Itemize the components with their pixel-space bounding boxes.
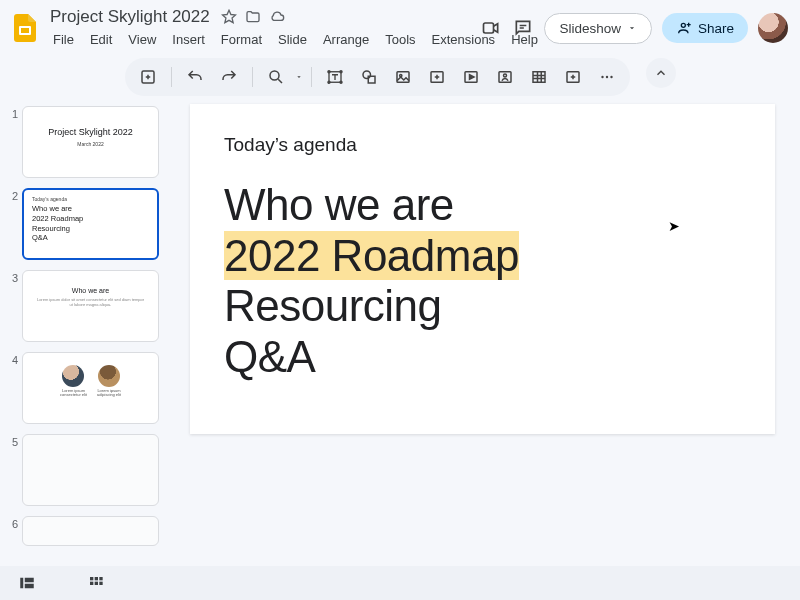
thumb-num: 4: [0, 352, 18, 366]
share-label: Share: [698, 21, 734, 36]
thumb-row: 3 Who we are Lorem ipsum dolor sit amet …: [0, 270, 159, 342]
title-area: Project Skylight 2022 File Edit View Ins…: [46, 6, 472, 50]
image-icon[interactable]: [388, 62, 418, 92]
menu-arrange[interactable]: Arrange: [316, 29, 376, 50]
svg-point-23: [610, 76, 612, 78]
svg-point-21: [601, 76, 603, 78]
highlighted-line: 2022 Roadmap: [224, 231, 519, 280]
textbox-icon[interactable]: [320, 62, 350, 92]
svg-rect-1: [21, 28, 29, 33]
svg-rect-28: [95, 577, 98, 580]
toolbar: [125, 58, 630, 96]
folder-move-icon[interactable]: [244, 8, 262, 26]
thumb-num: 1: [0, 106, 18, 120]
slideshow-button[interactable]: Slideshow: [544, 13, 652, 44]
collapse-toolbar-icon[interactable]: [646, 58, 676, 88]
svg-point-8: [339, 71, 341, 73]
thumb-row: 4 Lorem ipsumconsectetur elit Lorem ipsu…: [0, 352, 159, 424]
slideshow-label: Slideshow: [559, 21, 621, 36]
slide-thumb-5[interactable]: [22, 434, 159, 506]
menu-view[interactable]: View: [121, 29, 163, 50]
slide-suptitle[interactable]: Today’s agenda: [224, 134, 741, 156]
slides-logo-icon[interactable]: [12, 11, 38, 45]
redo-icon[interactable]: [214, 62, 244, 92]
header-right: Slideshow Share: [480, 13, 788, 44]
star-icon[interactable]: [220, 8, 238, 26]
header: Project Skylight 2022 File Edit View Ins…: [0, 0, 800, 50]
more-icon[interactable]: [592, 62, 622, 92]
chevron-down-icon[interactable]: [295, 73, 303, 81]
menu-tools[interactable]: Tools: [378, 29, 422, 50]
shape-icon[interactable]: [354, 62, 384, 92]
grid-view-icon[interactable]: [88, 575, 104, 591]
thumb-num: 2: [0, 188, 18, 202]
slide-thumb-2[interactable]: Today’s agenda Who we are 2022 Roadmap R…: [22, 188, 159, 260]
thumb-num: 6: [0, 516, 18, 530]
svg-point-7: [327, 71, 329, 73]
new-slide-icon[interactable]: [133, 62, 163, 92]
account-avatar[interactable]: [758, 13, 788, 43]
slide-thumb-6[interactable]: [22, 516, 159, 546]
menu-insert[interactable]: Insert: [165, 29, 212, 50]
svg-rect-30: [90, 582, 93, 585]
workspace: 1 Project Skylight 2022 March 2022 2 Tod…: [0, 102, 800, 600]
menu-file[interactable]: File: [46, 29, 81, 50]
svg-point-10: [339, 81, 341, 83]
zoom-icon[interactable]: [261, 62, 291, 92]
thumb-row: 1 Project Skylight 2022 March 2022: [0, 106, 159, 178]
slide-body[interactable]: Who we are 2022 Roadmap Resourcing Q&A: [224, 180, 741, 382]
table-icon[interactable]: [524, 62, 554, 92]
undo-icon[interactable]: [180, 62, 210, 92]
menu-edit[interactable]: Edit: [83, 29, 119, 50]
slide-thumb-1[interactable]: Project Skylight 2022 March 2022: [22, 106, 159, 178]
person-add-icon: [676, 20, 692, 36]
meet-icon[interactable]: [480, 17, 502, 39]
slide-thumb-4[interactable]: Lorem ipsumconsectetur elit Lorem ipsuma…: [22, 352, 159, 424]
svg-rect-25: [25, 578, 34, 583]
thumb-num: 5: [0, 434, 18, 448]
comment-icon[interactable]: [422, 62, 452, 92]
svg-point-22: [605, 76, 607, 78]
filmstrip-view-icon[interactable]: [18, 574, 36, 592]
avatar: [98, 365, 120, 387]
cloud-status-icon[interactable]: [268, 8, 286, 26]
video-icon[interactable]: [456, 62, 486, 92]
svg-rect-31: [95, 582, 98, 585]
menu-format[interactable]: Format: [214, 29, 269, 50]
svg-rect-29: [99, 577, 102, 580]
thumb-num: 3: [0, 270, 18, 284]
svg-point-3: [681, 23, 685, 27]
filmstrip[interactable]: 1 Project Skylight 2022 March 2022 2 Tod…: [0, 102, 165, 600]
avatar: [62, 365, 84, 387]
svg-rect-19: [533, 72, 545, 83]
svg-rect-27: [90, 577, 93, 580]
slide-thumb-3[interactable]: Who we are Lorem ipsum dolor sit amet co…: [22, 270, 159, 342]
thumb-row: 6: [0, 516, 159, 546]
slide-canvas[interactable]: Today’s agenda Who we are 2022 Roadmap R…: [190, 104, 775, 434]
svg-rect-13: [397, 72, 409, 83]
svg-point-9: [327, 81, 329, 83]
canvas-area[interactable]: Today’s agenda Who we are 2022 Roadmap R…: [165, 102, 800, 600]
menu-bar: File Edit View Insert Format Slide Arran…: [46, 29, 472, 50]
share-button[interactable]: Share: [662, 13, 748, 43]
svg-rect-2: [484, 23, 494, 33]
doc-title[interactable]: Project Skylight 2022: [46, 6, 214, 28]
svg-point-5: [270, 71, 279, 80]
thumb-row: 2 Today’s agenda Who we are 2022 Roadmap…: [0, 188, 159, 260]
bottom-bar: [0, 566, 800, 600]
toolbar-wrap: [0, 50, 800, 102]
menu-slide[interactable]: Slide: [271, 29, 314, 50]
comments-icon[interactable]: [512, 17, 534, 39]
svg-point-11: [363, 71, 371, 79]
speaker-notes-icon[interactable]: [490, 62, 520, 92]
svg-point-18: [503, 74, 506, 77]
svg-rect-26: [25, 584, 34, 589]
chevron-down-icon: [627, 23, 637, 33]
svg-rect-24: [20, 578, 23, 589]
thumb-row: 5: [0, 434, 159, 506]
transition-icon[interactable]: [558, 62, 588, 92]
svg-rect-32: [99, 582, 102, 585]
